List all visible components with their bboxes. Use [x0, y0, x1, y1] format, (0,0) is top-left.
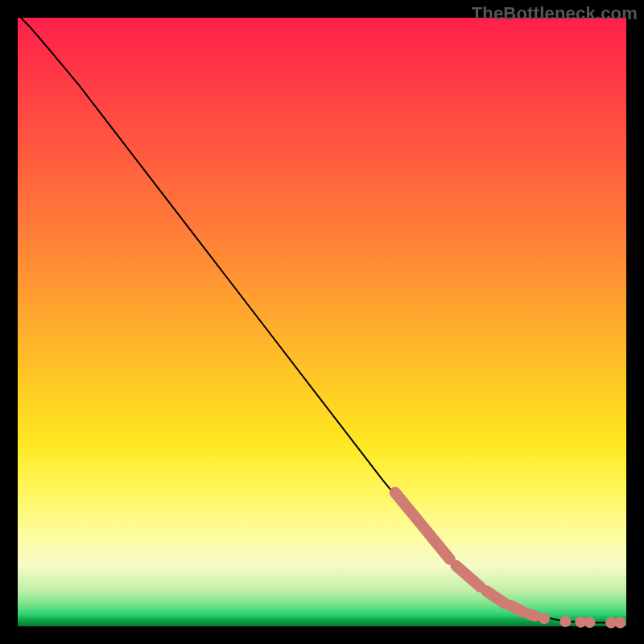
highlight-dot — [559, 616, 571, 627]
highlight-segment — [456, 565, 480, 587]
highlight-segment — [510, 605, 522, 612]
highlight-dots — [539, 613, 626, 628]
highlight-dot — [539, 613, 550, 624]
watermark-text: TheBottleneck.com — [472, 3, 638, 24]
highlight-segment — [486, 591, 505, 603]
chart-overlay — [18, 18, 626, 626]
highlight-dot — [584, 617, 596, 628]
highlight-segment — [395, 493, 450, 559]
bottleneck-curve — [21, 18, 623, 623]
highlight-segments — [395, 493, 535, 616]
highlight-dot — [614, 617, 625, 629]
highlight-segment — [529, 614, 535, 616]
chart-container: TheBottleneck.com — [0, 0, 644, 644]
